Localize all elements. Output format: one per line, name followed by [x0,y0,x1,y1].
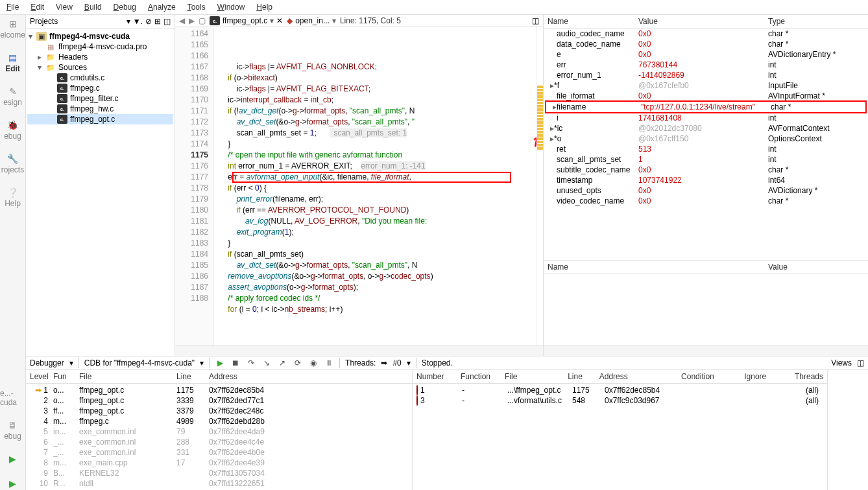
rail-rundbg[interactable]: ▶ [6,477,19,490]
stack-frame[interactable]: 2o...ffmpeg_opt.c33390x7ff62ded77c1 [26,395,412,406]
breakpoint-icon[interactable]: ◉ [308,358,319,368]
variable-row[interactable]: timestamp1073741922int64 [544,175,868,185]
project-tree[interactable]: ▾▣ffmpeg4-4-msvc-cuda ▦ffmpeg4-4-msvc-cu… [26,29,175,356]
code-line[interactable]: err = avformat_open_input(&ic, filename,… [214,172,536,183]
restart-icon[interactable]: ⟳ [293,358,303,368]
source-file[interactable]: cmdutils.c [70,73,104,82]
code-line[interactable]: assert_avoptions(o->g->format_opts); [214,282,536,293]
rail-debug[interactable]: 🐞ebug [4,119,21,141]
variable-row[interactable]: file_iformat0x0AVInputFormat * [544,91,868,101]
menu-file[interactable]: File [6,3,19,12]
editor-tab[interactable]: ffmpeg_opt.c [223,16,267,25]
rail-design[interactable]: ✎esign [3,85,22,107]
bp-header-addr[interactable]: Address [599,372,681,381]
variable-row[interactable]: video_codec_name0x0char * [544,196,868,206]
code-line[interactable]: exit_program(1); [214,227,536,238]
watch-header-name[interactable]: Name [548,262,768,272]
continue-icon[interactable]: ▶ [215,358,225,368]
variable-row[interactable]: ▸*o@0x167cff150OptionsContext [544,134,868,144]
stack-frame[interactable]: 3ff...ffmpeg_opt.c33790x7ff62dec248c [26,406,412,416]
menu-edit[interactable]: Edit [30,3,44,12]
vars-body[interactable]: audio_codec_name0x0char *data_codec_name… [544,29,868,260]
code-line[interactable]: int error_num_1 = AVERROR_EXIT; error_nu… [214,161,536,172]
code-line[interactable]: ic->interrupt_callback = int_cb; [214,95,536,106]
code-line[interactable]: ic->flags |= AVFMT_FLAG_NONBLOCK; [214,62,536,73]
stack-header-level[interactable]: Level [30,372,53,381]
chevron-down-icon[interactable]: ▾ [69,358,73,368]
variable-row[interactable]: scan_all_pmts_set1int [544,154,868,165]
editor-tab[interactable]: open_in... [295,16,330,25]
menu-view[interactable]: View [56,3,73,12]
split-h-icon[interactable]: ◫ [532,16,539,25]
menu-tools[interactable]: Tools [187,3,206,12]
code-area[interactable]: ↗ ic->flags |= AVFMT_FLAG_NONBLOCK; if (… [214,27,536,345]
step-over-icon[interactable]: ↷ [246,358,256,368]
rail-run[interactable]: ▶ [6,452,19,465]
vars-header-name[interactable]: Name [548,17,638,26]
variable-row[interactable]: err767380144int [544,60,868,70]
variable-row[interactable]: ret513int [544,144,868,154]
chevron-down-icon[interactable]: ▾ [36,63,43,72]
chevron-right-icon[interactable]: ▸ [36,52,43,62]
variable-row[interactable]: ▸*f@0x167cfefb0InputFile [544,80,868,91]
chevron-down-icon[interactable]: ▾ [407,358,411,368]
stack-rows[interactable]: ➡ 1o...ffmpeg_opt.c11750x7ff62dec85b42o.… [26,384,412,490]
chevron-down-icon[interactable]: ▾ [270,16,274,25]
watch-header-value[interactable]: Value [768,262,864,272]
vars-header-value[interactable]: Value [638,17,768,26]
code-line[interactable]: av_dict_set(&o->g->format_opts, "scan_al… [214,260,536,271]
link-icon[interactable]: ⊘ [145,17,152,26]
variable-row[interactable]: audio_codec_name0x0char * [544,29,868,39]
variable-row[interactable]: i1741681408int [544,113,868,123]
bp-header-fun[interactable]: Function [461,372,505,381]
pause-icon[interactable]: ⏸ [324,358,334,368]
code-editor[interactable]: 1164116511661167116811691170117111721173… [175,27,543,345]
nav-fwd-icon[interactable]: ▶ [189,16,195,25]
views-toggle-panel[interactable] [827,370,868,490]
nav-back-icon[interactable]: ◀ [179,16,185,25]
code-line[interactable]: if (err < 0) { [214,183,536,194]
code-line[interactable]: if (scan_all_pmts_set) [214,249,536,260]
rail-edit[interactable]: ▤Edit [5,51,20,73]
code-line[interactable]: } [214,238,536,249]
expand-icon[interactable]: ⊞ [154,17,161,26]
code-line[interactable]: if (!av_dict_get(o->g->format_opts, "sca… [214,106,536,117]
breakpoint-row[interactable]: 3-...vformat\utils.c5480x7ffc9c03d967(al… [413,395,827,406]
vars-header-type[interactable]: Type [768,17,864,26]
menu-help[interactable]: Help [256,3,272,12]
thread-selector[interactable]: #0 [392,358,401,368]
stack-header-line[interactable]: Line [176,372,209,381]
stack-frame[interactable]: 5in...exe_common.inl790x7ff62dee4da9 [26,426,412,437]
code-line[interactable]: remove_avoptions(&o->g->format_opts, o->… [214,271,536,282]
menu-debug[interactable]: Debug [114,3,136,12]
code-line[interactable]: av_log(NULL, AV_LOG_ERROR, "Did you mean… [214,216,536,227]
split-icon[interactable]: ◫ [163,17,171,26]
bp-header-line[interactable]: Line [568,372,599,381]
chevron-down-icon[interactable]: ▾ [200,358,204,368]
bp-header-file[interactable]: File [505,372,568,381]
code-line[interactable]: for (i = 0; i < ic->nb_streams; i++) [214,304,536,315]
code-line[interactable]: if (o->bitexact) [214,73,536,84]
stack-frame[interactable]: 4m...ffmpeg.c49890x7ff62debd28b [26,416,412,426]
marks-column[interactable] [536,27,543,345]
bp-header-cond[interactable]: Condition [681,372,744,381]
views-label[interactable]: Views [831,358,852,368]
split-icon[interactable]: ◫ [857,358,864,368]
bookmark-icon[interactable]: ▢ [199,16,206,25]
horizontal-scrollbar[interactable] [175,345,543,356]
variable-row[interactable]: ▸filename"tcp://127.0.0.1:1234/live/stre… [545,100,867,113]
variable-row[interactable]: subtitle_codec_name0x0char * [544,165,868,175]
bp-header-num[interactable]: Number [416,372,461,381]
stack-frame[interactable]: 9B...KERNEL320x7ffd13057034 [26,468,412,478]
watch-body[interactable] [544,274,868,345]
stop-icon[interactable]: ⏹ [230,358,241,368]
stack-frame[interactable]: 10R...ntdll0x7ffd13222651 [26,478,412,489]
code-line[interactable]: scan_all_pmts_set = 1; scan_all_pmts_set… [214,128,536,139]
source-file[interactable]: ffmpeg.c [70,84,100,93]
chevron-down-icon[interactable]: ▾ [127,17,130,26]
stack-header-file[interactable]: File [79,372,176,381]
horizontal-scrollbar[interactable] [544,345,868,356]
close-icon[interactable]: ✕ [276,16,283,25]
variable-row[interactable]: unused_opts0x0AVDictionary * [544,185,868,196]
bp-header-thr[interactable]: Threads [795,372,823,381]
